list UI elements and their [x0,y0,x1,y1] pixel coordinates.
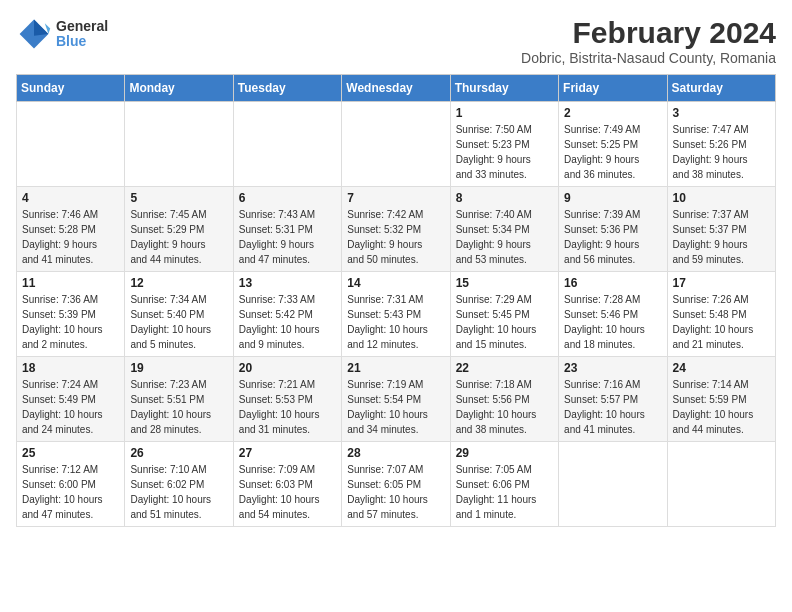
calendar-week-row: 11Sunrise: 7:36 AM Sunset: 5:39 PM Dayli… [17,272,776,357]
calendar-cell [667,442,775,527]
calendar-cell [17,102,125,187]
calendar-cell: 20Sunrise: 7:21 AM Sunset: 5:53 PM Dayli… [233,357,341,442]
day-number: 19 [130,361,227,375]
day-number: 28 [347,446,444,460]
calendar-cell: 4Sunrise: 7:46 AM Sunset: 5:28 PM Daylig… [17,187,125,272]
day-number: 21 [347,361,444,375]
weekday-header: Wednesday [342,75,450,102]
day-number: 9 [564,191,661,205]
logo-line2: Blue [56,34,108,49]
calendar-cell: 15Sunrise: 7:29 AM Sunset: 5:45 PM Dayli… [450,272,558,357]
day-info: Sunrise: 7:12 AM Sunset: 6:00 PM Dayligh… [22,462,119,522]
day-number: 1 [456,106,553,120]
calendar-cell [559,442,667,527]
weekday-header: Sunday [17,75,125,102]
calendar-cell: 13Sunrise: 7:33 AM Sunset: 5:42 PM Dayli… [233,272,341,357]
day-info: Sunrise: 7:43 AM Sunset: 5:31 PM Dayligh… [239,207,336,267]
weekday-header: Monday [125,75,233,102]
calendar-week-row: 1Sunrise: 7:50 AM Sunset: 5:23 PM Daylig… [17,102,776,187]
day-info: Sunrise: 7:26 AM Sunset: 5:48 PM Dayligh… [673,292,770,352]
day-info: Sunrise: 7:46 AM Sunset: 5:28 PM Dayligh… [22,207,119,267]
day-info: Sunrise: 7:34 AM Sunset: 5:40 PM Dayligh… [130,292,227,352]
calendar-cell: 6Sunrise: 7:43 AM Sunset: 5:31 PM Daylig… [233,187,341,272]
day-info: Sunrise: 7:49 AM Sunset: 5:25 PM Dayligh… [564,122,661,182]
day-number: 10 [673,191,770,205]
day-info: Sunrise: 7:16 AM Sunset: 5:57 PM Dayligh… [564,377,661,437]
calendar-cell: 8Sunrise: 7:40 AM Sunset: 5:34 PM Daylig… [450,187,558,272]
day-info: Sunrise: 7:39 AM Sunset: 5:36 PM Dayligh… [564,207,661,267]
day-number: 25 [22,446,119,460]
calendar: SundayMondayTuesdayWednesdayThursdayFrid… [16,74,776,527]
calendar-cell: 10Sunrise: 7:37 AM Sunset: 5:37 PM Dayli… [667,187,775,272]
calendar-week-row: 18Sunrise: 7:24 AM Sunset: 5:49 PM Dayli… [17,357,776,442]
day-info: Sunrise: 7:14 AM Sunset: 5:59 PM Dayligh… [673,377,770,437]
weekday-header: Friday [559,75,667,102]
calendar-cell: 5Sunrise: 7:45 AM Sunset: 5:29 PM Daylig… [125,187,233,272]
calendar-cell: 11Sunrise: 7:36 AM Sunset: 5:39 PM Dayli… [17,272,125,357]
calendar-cell: 17Sunrise: 7:26 AM Sunset: 5:48 PM Dayli… [667,272,775,357]
day-number: 17 [673,276,770,290]
calendar-cell: 1Sunrise: 7:50 AM Sunset: 5:23 PM Daylig… [450,102,558,187]
logo: General Blue [16,16,108,52]
header: General Blue February 2024 Dobric, Bistr… [16,16,776,66]
calendar-cell: 14Sunrise: 7:31 AM Sunset: 5:43 PM Dayli… [342,272,450,357]
day-info: Sunrise: 7:09 AM Sunset: 6:03 PM Dayligh… [239,462,336,522]
svg-marker-1 [34,20,48,36]
day-info: Sunrise: 7:05 AM Sunset: 6:06 PM Dayligh… [456,462,553,522]
day-number: 11 [22,276,119,290]
day-number: 6 [239,191,336,205]
logo-icon [16,16,52,52]
day-number: 5 [130,191,227,205]
day-number: 26 [130,446,227,460]
calendar-cell: 21Sunrise: 7:19 AM Sunset: 5:54 PM Dayli… [342,357,450,442]
calendar-cell [125,102,233,187]
month-year: February 2024 [521,16,776,50]
logo-line1: General [56,19,108,34]
calendar-cell [233,102,341,187]
day-info: Sunrise: 7:47 AM Sunset: 5:26 PM Dayligh… [673,122,770,182]
day-number: 4 [22,191,119,205]
day-info: Sunrise: 7:07 AM Sunset: 6:05 PM Dayligh… [347,462,444,522]
day-number: 18 [22,361,119,375]
day-info: Sunrise: 7:33 AM Sunset: 5:42 PM Dayligh… [239,292,336,352]
day-info: Sunrise: 7:31 AM Sunset: 5:43 PM Dayligh… [347,292,444,352]
day-number: 23 [564,361,661,375]
calendar-cell: 7Sunrise: 7:42 AM Sunset: 5:32 PM Daylig… [342,187,450,272]
calendar-cell: 19Sunrise: 7:23 AM Sunset: 5:51 PM Dayli… [125,357,233,442]
calendar-cell: 23Sunrise: 7:16 AM Sunset: 5:57 PM Dayli… [559,357,667,442]
calendar-cell: 12Sunrise: 7:34 AM Sunset: 5:40 PM Dayli… [125,272,233,357]
day-info: Sunrise: 7:18 AM Sunset: 5:56 PM Dayligh… [456,377,553,437]
day-number: 8 [456,191,553,205]
calendar-cell: 28Sunrise: 7:07 AM Sunset: 6:05 PM Dayli… [342,442,450,527]
day-info: Sunrise: 7:24 AM Sunset: 5:49 PM Dayligh… [22,377,119,437]
day-info: Sunrise: 7:29 AM Sunset: 5:45 PM Dayligh… [456,292,553,352]
day-info: Sunrise: 7:42 AM Sunset: 5:32 PM Dayligh… [347,207,444,267]
calendar-cell: 18Sunrise: 7:24 AM Sunset: 5:49 PM Dayli… [17,357,125,442]
day-info: Sunrise: 7:40 AM Sunset: 5:34 PM Dayligh… [456,207,553,267]
day-number: 7 [347,191,444,205]
weekday-header: Thursday [450,75,558,102]
day-info: Sunrise: 7:23 AM Sunset: 5:51 PM Dayligh… [130,377,227,437]
day-info: Sunrise: 7:10 AM Sunset: 6:02 PM Dayligh… [130,462,227,522]
weekday-header: Saturday [667,75,775,102]
calendar-cell: 26Sunrise: 7:10 AM Sunset: 6:02 PM Dayli… [125,442,233,527]
calendar-cell: 9Sunrise: 7:39 AM Sunset: 5:36 PM Daylig… [559,187,667,272]
weekday-header: Tuesday [233,75,341,102]
day-number: 29 [456,446,553,460]
day-info: Sunrise: 7:36 AM Sunset: 5:39 PM Dayligh… [22,292,119,352]
calendar-cell: 25Sunrise: 7:12 AM Sunset: 6:00 PM Dayli… [17,442,125,527]
calendar-cell: 27Sunrise: 7:09 AM Sunset: 6:03 PM Dayli… [233,442,341,527]
weekday-header-row: SundayMondayTuesdayWednesdayThursdayFrid… [17,75,776,102]
day-info: Sunrise: 7:50 AM Sunset: 5:23 PM Dayligh… [456,122,553,182]
day-number: 3 [673,106,770,120]
calendar-week-row: 4Sunrise: 7:46 AM Sunset: 5:28 PM Daylig… [17,187,776,272]
day-info: Sunrise: 7:21 AM Sunset: 5:53 PM Dayligh… [239,377,336,437]
day-number: 20 [239,361,336,375]
day-info: Sunrise: 7:28 AM Sunset: 5:46 PM Dayligh… [564,292,661,352]
day-number: 2 [564,106,661,120]
day-info: Sunrise: 7:37 AM Sunset: 5:37 PM Dayligh… [673,207,770,267]
day-number: 24 [673,361,770,375]
day-info: Sunrise: 7:45 AM Sunset: 5:29 PM Dayligh… [130,207,227,267]
day-number: 13 [239,276,336,290]
logo-text: General Blue [56,19,108,50]
